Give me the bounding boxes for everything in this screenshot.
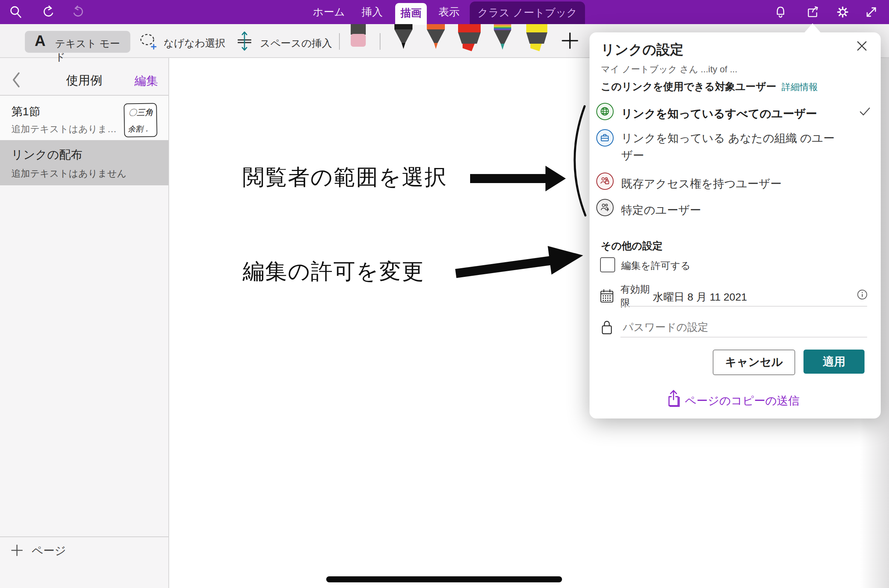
handwriting-line: 余割． bbox=[128, 124, 150, 134]
field-underline bbox=[620, 306, 867, 307]
selected-check-icon bbox=[860, 107, 870, 116]
tab-class-notebook[interactable]: クラス ノートブック bbox=[470, 2, 585, 24]
allow-editing-checkbox[interactable] bbox=[600, 257, 615, 272]
tab-insert[interactable]: 挿入 bbox=[353, 0, 391, 24]
expand-icon[interactable] bbox=[864, 5, 879, 20]
plus-icon bbox=[11, 545, 23, 556]
apply-button[interactable]: 適用 bbox=[803, 350, 865, 374]
lasso-select-label[interactable]: なげなわ選択 bbox=[163, 37, 226, 50]
page-list-sidebar: 使用例 編集 第1節 追加テキストはありま… 〇三角 余割． リンクの配布 追加… bbox=[0, 57, 169, 588]
details-link[interactable]: 詳細情報 bbox=[782, 82, 818, 92]
search-icon[interactable] bbox=[8, 5, 23, 20]
globe-icon bbox=[596, 103, 614, 120]
field-underline bbox=[620, 337, 867, 338]
option-anyone-with-link[interactable]: リンクを知っているすべてのユーザー bbox=[621, 106, 817, 122]
add-pen-button[interactable] bbox=[562, 32, 578, 49]
text-mode-button[interactable]: A テキスト モード bbox=[25, 31, 130, 53]
other-settings-heading: その他の設定 bbox=[601, 239, 663, 253]
close-icon[interactable] bbox=[855, 39, 869, 53]
ink-annotation-viewer-scope: 閲覧者の範囲を選択 bbox=[243, 163, 447, 192]
page-thumbnail: 〇三角 余割． bbox=[124, 103, 157, 137]
toolbar-divider bbox=[339, 33, 340, 50]
yellow-marker[interactable] bbox=[525, 24, 548, 52]
text-mode-a-icon: A bbox=[35, 32, 46, 49]
option-existing-access[interactable]: 既存アクセス権を持つユーザー bbox=[621, 176, 782, 192]
option-people-in-org[interactable]: リンクを知っている あなたの組織 のユーザー bbox=[621, 130, 840, 164]
undo-icon[interactable] bbox=[41, 5, 56, 20]
page-list-item-selected[interactable]: リンクの配布 追加テキストはありません bbox=[0, 140, 168, 185]
add-page-button[interactable]: ページ bbox=[11, 543, 66, 559]
top-app-bar: ホーム 挿入 描画 表示 クラス ノートブック bbox=[0, 0, 889, 24]
eraser-tool[interactable] bbox=[350, 24, 367, 48]
page-subtitle: 追加テキストはありま… bbox=[11, 123, 117, 135]
password-input[interactable] bbox=[622, 321, 834, 334]
page-title: リンクの配布 bbox=[11, 147, 82, 163]
allow-editing-label: 編集を許可する bbox=[621, 259, 690, 272]
people-lock-icon bbox=[596, 173, 614, 190]
insert-space-icon[interactable] bbox=[234, 31, 255, 51]
dialog-callout-pointer bbox=[801, 22, 824, 33]
info-icon[interactable] bbox=[857, 289, 868, 300]
link-settings-dialog: リンクの設定 マイ ノートブック さん ...ity of ... このリンクを… bbox=[590, 32, 881, 418]
orange-pen[interactable] bbox=[424, 24, 448, 50]
tab-draw-active[interactable]: 描画 bbox=[395, 3, 427, 25]
notebook-subtitle: マイ ノートブック さん ...ity of ... bbox=[601, 63, 737, 75]
text-mode-label: テキスト モード bbox=[55, 37, 130, 64]
rainbow-pen[interactable] bbox=[492, 24, 513, 51]
lock-icon bbox=[601, 319, 613, 335]
briefcase-icon bbox=[596, 129, 614, 147]
page-subtitle: 追加テキストはありません bbox=[11, 167, 127, 180]
onenote-app: ホーム 挿入 描画 表示 クラス ノートブック A テキスト モード なげなわ選… bbox=[0, 0, 889, 588]
lasso-select-icon[interactable] bbox=[139, 32, 157, 50]
home-indicator-bar[interactable] bbox=[326, 576, 562, 582]
divider bbox=[0, 536, 168, 537]
audience-heading: このリンクを使用できる対象ユーザー詳細情報 bbox=[601, 80, 818, 93]
share-icon[interactable] bbox=[805, 5, 820, 20]
tab-view[interactable]: 表示 bbox=[430, 0, 468, 24]
page-list-item[interactable]: 第1節 追加テキストはありま… 〇三角 余割． bbox=[0, 96, 168, 140]
edit-pages-button[interactable]: 編集 bbox=[134, 73, 158, 89]
add-page-label: ページ bbox=[32, 544, 66, 557]
bell-icon[interactable] bbox=[773, 5, 788, 20]
send-copy-label: ページのコピーの送信 bbox=[685, 393, 799, 409]
cancel-button[interactable]: キャンセル bbox=[713, 350, 795, 375]
black-pen[interactable] bbox=[392, 24, 415, 50]
people-add-icon bbox=[596, 199, 614, 216]
dialog-title: リンクの設定 bbox=[601, 41, 683, 59]
toolbar-divider bbox=[380, 33, 380, 50]
ink-annotation-edit-permission: 編集の許可を変更 bbox=[243, 257, 425, 286]
insert-space-label[interactable]: スペースの挿入 bbox=[260, 37, 332, 50]
option-specific-people[interactable]: 特定のユーザー bbox=[621, 203, 701, 218]
send-copy-upload-icon bbox=[667, 389, 680, 407]
settings-gear-icon[interactable] bbox=[835, 5, 850, 20]
calendar-icon bbox=[599, 289, 614, 304]
page-title: 第1節 bbox=[11, 104, 40, 119]
tab-home[interactable]: ホーム bbox=[310, 0, 348, 24]
red-marker[interactable] bbox=[457, 24, 482, 52]
handwriting-line: 〇三角 bbox=[128, 107, 153, 118]
expiration-date-value[interactable]: 水曜日 8 月 11 2021 bbox=[653, 290, 747, 304]
redo-icon[interactable] bbox=[71, 5, 86, 20]
